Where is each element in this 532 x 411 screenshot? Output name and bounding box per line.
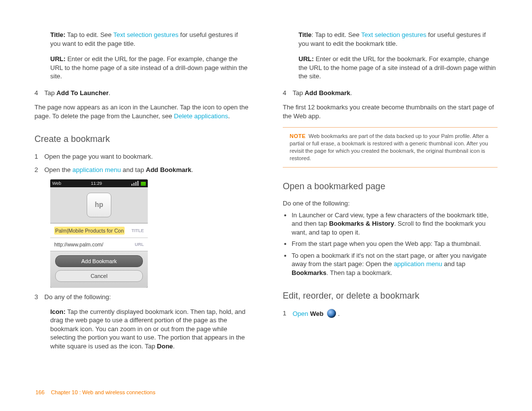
icon-para: Icon: Tap the currently displayed bookma… [50, 308, 249, 351]
heading-edit-bookmark: Edit, reorder, or delete a bookmark [283, 290, 498, 302]
page-footer: 166 Chapter 10 : Web and wireless connec… [35, 389, 155, 395]
heading-create-bookmark: Create a bookmark [34, 133, 249, 145]
status-time: 11:29 [91, 180, 102, 186]
cancel-button: Cancel [55, 270, 143, 282]
note-box: NOTEWeb bookmarks are part of the data b… [283, 127, 498, 167]
after-step4: The page now appears as an icon in the L… [34, 103, 249, 120]
status-web: Web [52, 180, 61, 186]
left-column: Title: Tap to edit. See Text selection g… [34, 31, 249, 350]
web-icon [327, 309, 336, 318]
text-selection-link-r[interactable]: Text selection gestures [361, 31, 426, 38]
url-field: http://www.palm.com/ URL [50, 238, 148, 251]
bookmark-thumb-icon: hp [87, 193, 111, 217]
after-step4-r: The first 12 bookmarks you create become… [283, 103, 498, 120]
do-one: Do one of the following: [283, 199, 498, 208]
edit-step1: 1 Open Web . [283, 309, 498, 318]
add-bookmark-button: Add Bookmark [55, 255, 143, 267]
title-para-r: Title: Tap to edit. See Text selection g… [299, 31, 498, 48]
title-para: Title: Tap to edit. See Text selection g… [50, 31, 249, 48]
app-menu-link-r[interactable]: application menu [394, 260, 442, 268]
open-link[interactable]: Open [293, 310, 308, 317]
step-4-r: 4 Tap Add Bookmark. [283, 89, 498, 98]
app-menu-link[interactable]: application menu [72, 166, 121, 173]
heading-open-bookmarked: Open a bookmarked page [283, 180, 498, 192]
right-column: Title: Tap to edit. See Text selection g… [283, 31, 498, 350]
text-selection-link[interactable]: Text selection gestures [113, 31, 178, 38]
create-step3: 3 Do any of the following: [34, 293, 249, 302]
screenshot-phone: Web 11:29 hp Palm|Mobile Products for Co… [50, 179, 148, 288]
create-step2: 2 Open the application menu and tap Add … [34, 166, 249, 174]
title-field: Palm|Mobile Products for Con TITLE [50, 223, 148, 238]
open-options: In Launcher or Card view, type a few cha… [283, 211, 498, 277]
url-para-r: URL: Enter or edit the URL for the bookm… [299, 55, 498, 81]
step-4: 4 Tap Add To Launcher. [34, 89, 249, 98]
signal-icon [132, 181, 146, 186]
delete-apps-link[interactable]: Delete applications [174, 112, 228, 120]
create-step1: 1 Open the page you want to bookmark. [34, 152, 249, 161]
url-para: URL: Enter or edit the URL for the page.… [50, 55, 249, 81]
